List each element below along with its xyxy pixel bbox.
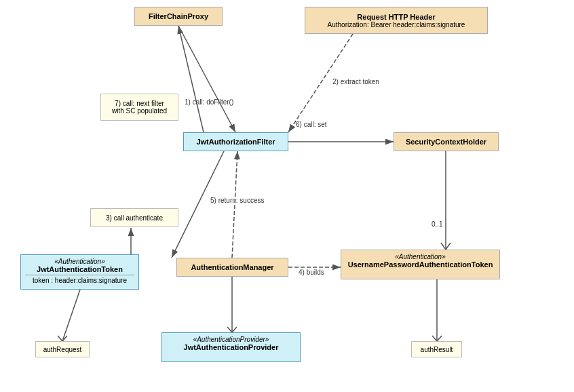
security-context-holder-box: SecurityContextHolder [394,132,499,151]
filter-chain-proxy-box: FilterChainProxy [134,7,223,26]
jwt-authorization-filter-box: JwtAuthorizationFilter [183,132,288,151]
auth-result-text: authResult [421,346,453,353]
authentication-manager-box: AuthenticationManager [176,258,288,277]
call-next-filter-text: 7) call: next filter with SC populated [112,100,167,115]
call-do-filter-label: 1) call: doFilter() [185,98,233,106]
zero-one-label: 0..1 [432,220,443,228]
jwt-auth-provider-stereotype: «AuthenticationProvider» [166,336,296,343]
call-set-label: 6) call: set [296,121,327,128]
jwt-auth-token-stereotype: «Authentication» [25,258,134,265]
username-password-auth-token-box: «Authentication» UsernamePasswordAuthent… [341,250,500,279]
jwt-auth-token-attr: token : header:claims:signature [25,275,134,284]
username-pass-label: UsernamePasswordAuthenticationToken [345,260,495,269]
svg-line-7 [232,151,237,258]
svg-line-2 [178,26,235,132]
authentication-manager-label: AuthenticationManager [191,263,273,271]
call-next-filter-note: 7) call: next filter with SC populated [100,94,178,121]
jwt-authorization-filter-label: JwtAuthorizationFilter [196,138,275,146]
call-authenticate-note: 3) call authenticate [90,208,178,227]
security-context-holder-label: SecurityContextHolder [406,138,486,146]
extract-token-label: 2) extract token [332,78,379,85]
request-http-header-box: Request HTTP Header Authorization: Beare… [305,7,488,34]
jwt-authentication-provider-box: «AuthenticationProvider» JwtAuthenticati… [161,332,301,362]
auth-result-note: authResult [411,341,462,357]
request-http-header-title: Request HTTP Header [357,13,435,21]
jwt-auth-provider-label: JwtAuthenticationProvider [166,343,296,351]
svg-line-6 [172,151,224,258]
call-authenticate-text: 3) call authenticate [106,214,163,222]
builds-label: 4) builds [299,269,324,276]
request-http-header-value: Authorization: Bearer header:claims:sign… [328,21,465,28]
auth-request-text: authRequest [43,346,82,353]
jwt-auth-token-label: JwtAuthenticationToken [25,265,134,273]
username-pass-stereotype: «Authentication» [345,253,495,260]
jwt-authentication-token-box: «Authentication» JwtAuthenticationToken … [20,254,139,290]
filter-chain-proxy-label: FilterChainProxy [149,12,208,20]
svg-line-3 [178,26,204,132]
svg-line-10 [62,290,80,341]
return-success-label: 5) return: success [210,197,264,204]
auth-request-note: authRequest [35,341,90,357]
